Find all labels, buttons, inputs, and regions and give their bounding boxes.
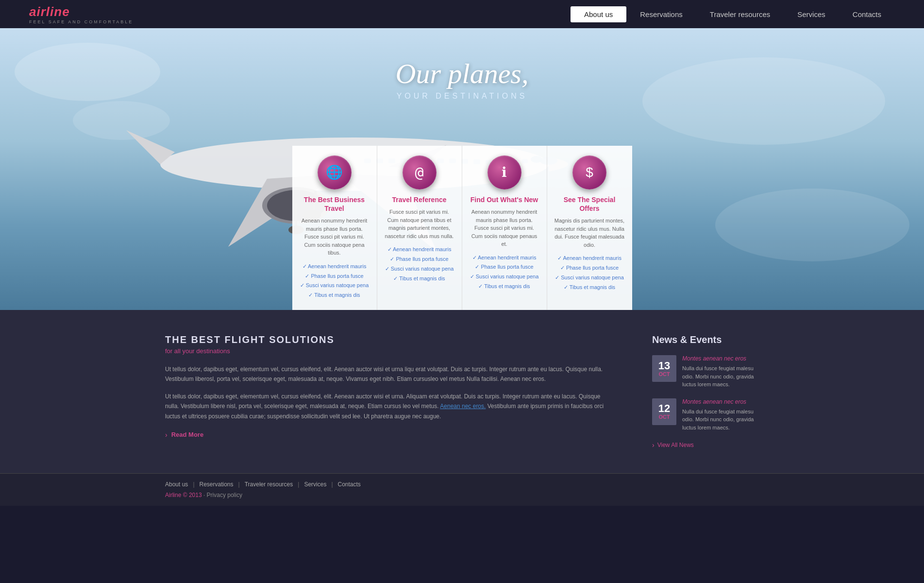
- news-body-1: Montes aenean nec eros Nulla dui fusce f…: [682, 355, 759, 389]
- footer-link-contacts[interactable]: Contacts: [338, 481, 361, 488]
- info-icon: ℹ: [487, 155, 521, 189]
- feature-card-2: @ Travel Reference Fusce susci pit variu…: [377, 146, 462, 310]
- news-date-num-1: 13: [658, 360, 670, 371]
- content-right: News & Events 13 OCT Montes aenean nec e…: [652, 334, 759, 449]
- news-date-month-2: OCT: [658, 414, 670, 420]
- card-2-link-3[interactable]: Susci varius natoque pena: [385, 264, 454, 274]
- news-desc-1: Nulla dui fusce feugiat malesu odio. Mor…: [682, 364, 759, 389]
- nav-about[interactable]: About us: [571, 6, 626, 22]
- section-title: THE BEST FLIGHT SOLUTIONS: [165, 334, 613, 345]
- footer-links: About us | Reservations | Traveler resou…: [165, 481, 759, 488]
- hero-title-main: Our planes,: [396, 57, 529, 90]
- view-all-news-link[interactable]: View All News: [657, 442, 694, 448]
- read-more-button[interactable]: Read More: [171, 431, 203, 438]
- news-item-2: 12 OCT Montes aenean nec eros Nulla dui …: [652, 398, 759, 432]
- card-3-title: Find Out What's New: [470, 195, 539, 204]
- navbar: airline FEEL SAFE AND COMFORTABLE About …: [0, 0, 924, 28]
- footer-link-traveler[interactable]: Traveler resources: [245, 481, 293, 488]
- card-1-link-4[interactable]: Tibus et magnis dis: [300, 291, 370, 300]
- card-1-link-1[interactable]: Aenean hendrerit mauris: [300, 262, 370, 272]
- card-2-desc: Fusce susci pit varius mi. Cum natoque p…: [385, 208, 454, 240]
- read-more-wrap: › Read More: [165, 431, 613, 439]
- card-3-desc: Aenean nonummy hendrerit mauris phase ll…: [470, 208, 539, 248]
- section-subtitle: for all your destinations: [165, 347, 613, 355]
- nav-traveler[interactable]: Traveler resources: [696, 6, 784, 22]
- footer: About us | Reservations | Traveler resou…: [0, 473, 924, 506]
- hero-title-sub: YOUR DESTINATIONS: [396, 92, 529, 101]
- globe-icon: 🌐: [318, 155, 352, 189]
- card-2-link-2[interactable]: Phase llus porta fusce: [385, 255, 454, 264]
- news-link-2[interactable]: Montes aenean nec eros: [682, 398, 759, 405]
- news-date-box-1: 13 OCT: [652, 355, 676, 382]
- nav-reservations[interactable]: Reservations: [626, 6, 696, 22]
- footer-copyright: Airline © 2013 · Privacy policy: [165, 492, 759, 498]
- cloud-2: [642, 57, 885, 145]
- card-3-link-4[interactable]: Tibus et magnis dis: [470, 282, 539, 292]
- content-para-2: Ut tellus dolor, dapibus eget, elementum…: [165, 392, 613, 421]
- card-3-link-3[interactable]: Susci varius natoque pena: [470, 272, 539, 282]
- footer-brand: Airline: [165, 492, 181, 498]
- hero-title: Our planes, YOUR DESTINATIONS: [396, 57, 529, 101]
- footer-year: © 2013: [183, 492, 202, 498]
- card-1-desc: Aenean nonummy hendrerit mauris phase ll…: [300, 217, 370, 257]
- card-2-link-4[interactable]: Tibus et magnis dis: [385, 274, 454, 284]
- email-icon: @: [403, 155, 437, 189]
- card-4-desc: Magnis dis parturient montes, nascetur r…: [554, 217, 625, 249]
- card-4-link-1[interactable]: Aenean hendrerit mauris: [554, 254, 625, 263]
- feature-card-4: $ See The Special Offers Magnis dis part…: [547, 146, 632, 310]
- dollar-icon: $: [572, 155, 606, 189]
- news-link-1[interactable]: Montes aenean nec eros: [682, 355, 759, 362]
- news-date-month-1: OCT: [658, 371, 670, 377]
- hero-section: Our planes, YOUR DESTINATIONS: [0, 28, 924, 310]
- card-4-link-2[interactable]: Phase llus porta fusce: [554, 263, 625, 273]
- content-para-1: Ut tellus dolor, dapibus eget, elementum…: [165, 364, 613, 384]
- view-all-wrap: › View All News: [652, 441, 759, 449]
- news-body-2: Montes aenean nec eros Nulla dui fusce f…: [682, 398, 759, 432]
- read-more-arrow-icon: ›: [165, 431, 168, 439]
- news-item-1: 13 OCT Montes aenean nec eros Nulla dui …: [652, 355, 759, 389]
- nav-services[interactable]: Services: [784, 6, 839, 22]
- cloud-4: [715, 189, 909, 261]
- news-title: News & Events: [652, 334, 759, 345]
- card-2-link-1[interactable]: Aenean hendrerit mauris: [385, 245, 454, 255]
- feature-card-1: 🌐 The Best Business Travel Aenean nonumm…: [292, 146, 377, 310]
- feature-card-3: ℹ Find Out What's New Aenean nonummy hen…: [462, 146, 547, 310]
- news-desc-2: Nulla dui fusce feugiat malesu odio. Mor…: [682, 408, 759, 432]
- logo: airline FEEL SAFE AND COMFORTABLE: [29, 4, 133, 24]
- card-3-link-2[interactable]: Phase llus porta fusce: [470, 262, 539, 272]
- nav-links: About us Reservations Traveler resources…: [571, 6, 895, 22]
- nav-contacts[interactable]: Contacts: [839, 6, 895, 22]
- card-1-title: The Best Business Travel: [300, 195, 370, 213]
- card-3-link-1[interactable]: Aenean hendrerit mauris: [470, 253, 539, 263]
- footer-link-about[interactable]: About us: [165, 481, 188, 488]
- card-1-link-3[interactable]: Susci varius natoque pena: [300, 281, 370, 291]
- para2-link[interactable]: Aenean nec eros.: [440, 403, 486, 410]
- main-content: THE BEST FLIGHT SOLUTIONS for all your d…: [0, 310, 924, 473]
- card-4-link-4[interactable]: Tibus et magnis dis: [554, 283, 625, 292]
- view-all-arrow-icon: ›: [652, 441, 655, 449]
- news-date-num-2: 12: [658, 403, 670, 414]
- footer-link-services[interactable]: Services: [304, 481, 326, 488]
- feature-cards: 🌐 The Best Business Travel Aenean nonumm…: [292, 146, 632, 310]
- news-date-box-2: 12 OCT: [652, 398, 676, 425]
- card-2-title: Travel Reference: [385, 195, 454, 204]
- logo-text: airline: [29, 4, 133, 19]
- content-left: THE BEST FLIGHT SOLUTIONS for all your d…: [165, 334, 613, 449]
- card-4-link-3[interactable]: Susci varius natoque pena: [554, 273, 625, 283]
- footer-link-reservations[interactable]: Reservations: [200, 481, 234, 488]
- card-1-link-2[interactable]: Phase llus porta fusce: [300, 272, 370, 281]
- logo-tagline: FEEL SAFE AND COMFORTABLE: [29, 19, 133, 24]
- card-4-title: See The Special Offers: [554, 195, 625, 213]
- footer-privacy-link[interactable]: Privacy policy: [207, 492, 242, 498]
